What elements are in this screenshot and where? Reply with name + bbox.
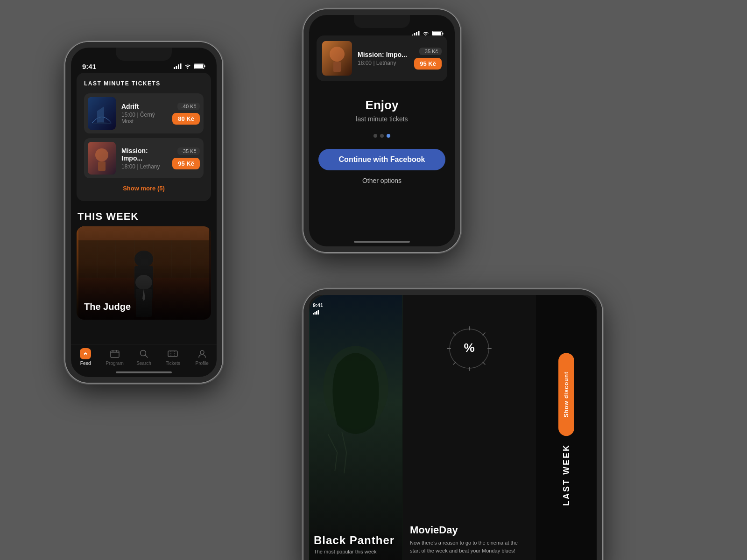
nav-tickets[interactable]: Tickets	[161, 348, 184, 366]
phone-3-screen: 9:41	[309, 295, 597, 560]
dot-1	[374, 134, 377, 138]
phone-2: Mission: Impo... 18:00 | Letňany -35 Kč …	[303, 9, 460, 252]
phone-3: 9:41	[303, 289, 602, 560]
p3-signal	[313, 310, 319, 315]
onboarding-title: Enjoy	[356, 98, 408, 112]
discount-sparkle-svg: %	[444, 323, 495, 374]
svg-rect-49	[316, 311, 317, 315]
facebook-login-button[interactable]: Continue with Facebook	[318, 149, 445, 170]
dot-2	[380, 134, 384, 138]
profile-icon-svg	[198, 350, 206, 358]
svg-rect-26	[111, 351, 119, 357]
dots-indicator	[374, 134, 390, 138]
program-icon-svg	[110, 350, 120, 358]
onboarding-section: Enjoy last minute tickets	[346, 89, 417, 127]
phone-2-notch	[354, 15, 410, 28]
movie-day-label: MovieDay	[410, 524, 529, 536]
mission-title: Mission: Impo...	[121, 147, 167, 162]
nav-program[interactable]: Program	[103, 348, 127, 366]
show-discount-button[interactable]: Show discount	[558, 353, 574, 436]
p3-status-area: 9:41	[313, 302, 323, 315]
svg-rect-0	[174, 67, 175, 69]
tickets-icon-svg	[168, 350, 178, 357]
p3-middle-section: % MovieDay Now there's a reason to go to…	[402, 295, 536, 560]
last-minute-card: LAST MINUTE TICKETS	[77, 73, 211, 201]
show-more-button[interactable]: Show more (5)	[84, 183, 204, 194]
nav-profile[interactable]: Profile	[190, 348, 214, 366]
svg-point-45	[330, 47, 345, 62]
p2-home-indicator	[354, 237, 410, 246]
adrift-title: Adrift	[121, 103, 167, 110]
search-icon-svg	[140, 350, 148, 358]
movie-thumb-adrift	[88, 97, 116, 130]
p3-time: 9:41	[313, 302, 323, 308]
last-week-label: LAST WEEK	[562, 444, 571, 506]
search-icon	[138, 348, 149, 359]
svg-point-35	[200, 350, 204, 354]
p2-discount: -35 Kč	[419, 48, 442, 55]
profile-icon	[197, 348, 208, 359]
mission-time-location: 18:00 | Letňany	[121, 163, 167, 170]
mission-discount: -35 Kč	[177, 147, 200, 155]
dot-3-active	[387, 134, 390, 138]
adrift-time-location: 15:00 | Černý Most	[121, 112, 167, 125]
home-bar	[116, 371, 172, 373]
nav-search[interactable]: Search	[132, 348, 155, 366]
svg-rect-29	[116, 350, 117, 352]
svg-rect-50	[318, 310, 319, 315]
svg-rect-46	[333, 62, 341, 72]
p2-movie-info: Mission: Impo... 18:00 | Letňany	[358, 51, 409, 66]
featured-movie-title: The Judge	[84, 301, 131, 312]
p2-movie-title: Mission: Impo...	[358, 51, 409, 58]
tickets-icon	[167, 348, 178, 359]
feed-icon	[84, 350, 87, 357]
p2-price-group: -35 Kč 95 Kč	[414, 48, 442, 70]
p3-film-title: Black Panther	[314, 534, 398, 547]
nav-feed[interactable]: Feed	[74, 348, 97, 366]
svg-rect-3	[180, 63, 182, 69]
p3-content: 9:41	[309, 295, 597, 560]
featured-movie-banner[interactable]: The Judge	[77, 226, 211, 320]
nav-feed-label: Feed	[80, 361, 91, 366]
discount-circle-container: %	[444, 323, 495, 374]
movie-info-mission: Mission: Impo... 18:00 | Letňany	[121, 147, 167, 170]
other-options-link[interactable]: Other options	[362, 177, 402, 184]
this-week-title: THIS WEEK	[71, 206, 217, 226]
movie-thumb-mission	[88, 142, 116, 175]
p2-content: Mission: Impo... 18:00 | Letňany -35 Kč …	[309, 35, 455, 246]
svg-rect-11	[98, 161, 106, 171]
svg-point-10	[95, 148, 108, 161]
p3-film-bg: 9:41	[309, 295, 402, 560]
adrift-price-group: -40 Kč 80 Kč	[172, 103, 200, 125]
battery-icon	[194, 63, 205, 69]
svg-rect-43	[443, 33, 444, 35]
svg-line-31	[145, 355, 148, 357]
black-panther-art	[309, 295, 402, 560]
movie-row-adrift[interactable]: Adrift 15:00 | Černý Most -40 Kč 80 Kč	[84, 93, 204, 133]
nav-search-label: Search	[136, 361, 151, 366]
p2-movie-sub: 18:00 | Letňany	[358, 60, 409, 66]
svg-line-61	[453, 362, 456, 364]
movie-row-mission[interactable]: Mission: Impo... 18:00 | Letňany -35 Kč …	[84, 138, 204, 178]
feed-icon-bg	[80, 348, 91, 359]
svg-rect-1	[176, 66, 177, 69]
svg-line-60	[483, 333, 485, 335]
p3-film-section: 9:41	[309, 295, 402, 560]
status-time: 9:41	[82, 63, 96, 70]
svg-rect-2	[178, 64, 179, 69]
nav-program-label: Program	[106, 361, 123, 366]
nav-profile-label: Profile	[196, 361, 209, 366]
svg-point-4	[187, 68, 188, 69]
p2-home-bar	[354, 241, 410, 243]
last-minute-title: LAST MINUTE TICKETS	[84, 80, 204, 87]
svg-rect-48	[315, 312, 316, 315]
mission-price-group: -35 Kč 95 Kč	[172, 147, 200, 169]
status-icons	[174, 63, 205, 69]
phone-1-content: LAST MINUTE TICKETS	[71, 68, 217, 377]
signal-icon	[174, 63, 182, 69]
svg-line-59	[483, 362, 485, 364]
phone-1-screen: 9:41	[71, 48, 217, 377]
phone-1: 9:41	[65, 42, 222, 383]
svg-rect-6	[194, 64, 203, 68]
svg-rect-7	[204, 65, 205, 67]
